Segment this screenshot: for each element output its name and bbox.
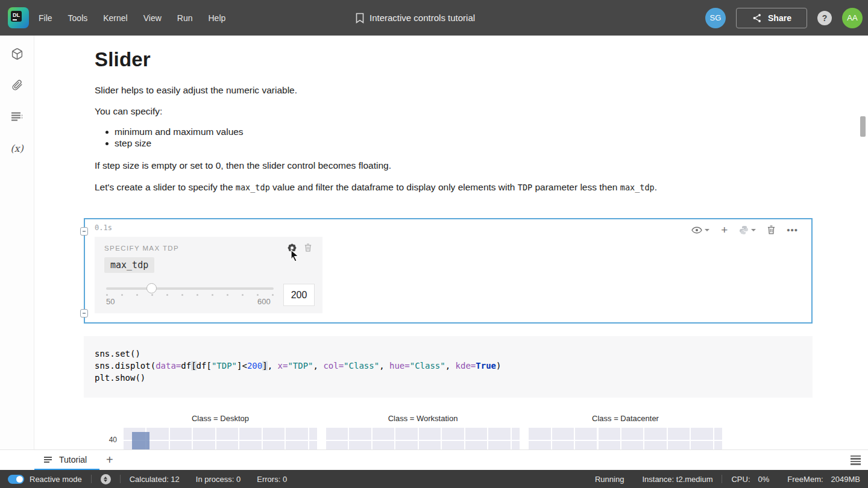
left-toolbar: (x) — [0, 36, 34, 449]
slider-tick-dot — [227, 294, 228, 296]
slider-ticks — [106, 294, 274, 296]
collaborator-avatar[interactable]: SG — [705, 8, 726, 28]
more-actions-button[interactable]: ••• — [787, 225, 798, 235]
sheet-icon — [43, 456, 52, 463]
share-icon — [752, 13, 763, 23]
divider — [722, 475, 722, 483]
main-menu: File Tools Kernel View Run Help — [39, 13, 225, 23]
datalore-logo-icon[interactable]: DL — [8, 7, 29, 28]
slider-track[interactable] — [106, 287, 274, 290]
code-lines: sns.set()sns.displot(data=df[df["TDP"]<2… — [95, 348, 802, 384]
slider-tick-dot — [197, 294, 198, 296]
menu-view[interactable]: View — [143, 13, 162, 23]
attached-files-icon[interactable] — [8, 77, 25, 93]
add-cell-above-handle[interactable] — [80, 227, 88, 236]
instance-info: Instance: t2.medium — [642, 475, 712, 484]
logo-badge: DL — [11, 11, 22, 22]
cpu-value: 0% — [758, 475, 770, 484]
list-item-text: step size — [115, 138, 151, 149]
control-delete-icon[interactable] — [304, 243, 312, 252]
interactive-control-cell[interactable]: 0.1s + ••• SPECIFY MAX TDP — [84, 218, 813, 324]
y-axis-tick: 40 — [104, 436, 117, 444]
markdown-paragraph: You can specify: — [95, 105, 162, 117]
slider-tick-dot — [212, 294, 213, 296]
paragraph-text: value and filter the dataframe to displa… — [270, 182, 518, 192]
slider-tick-dot — [181, 294, 183, 296]
menu-file[interactable]: File — [39, 13, 52, 23]
notebook-editor: Slider Slider helps to easily adjust the… — [34, 36, 868, 449]
reactive-mode-toggle[interactable] — [8, 475, 24, 484]
histogram-bar — [132, 432, 149, 449]
chart-output: Class = Desktop Class = Workstation Clas… — [84, 398, 813, 449]
top-menubar: DL File Tools Kernel View Run Help Inter… — [0, 0, 868, 36]
share-button[interactable]: Share — [736, 8, 807, 28]
list-item: minimum and maximum values — [105, 127, 244, 137]
tab-label: Tutorial — [59, 455, 87, 465]
variables-icon[interactable]: (x) — [8, 140, 25, 157]
paragraph-text: parameter less then — [532, 182, 620, 192]
chevron-down-icon — [705, 229, 709, 231]
facet-title-desktop: Class = Desktop — [124, 414, 317, 423]
code-cell[interactable]: sns.set()sns.displot(data=df[df["TDP"]<2… — [84, 336, 813, 398]
divider — [91, 475, 92, 483]
visibility-menu-button[interactable] — [691, 227, 709, 234]
menu-tools[interactable]: Tools — [68, 13, 88, 23]
topbar-right-cluster: SG Share ? AA — [705, 0, 863, 36]
facet-title-workstation: Class = Workstation — [326, 414, 520, 423]
sheets-list-button[interactable] — [851, 455, 861, 465]
cell-toolbar: + ••• — [691, 225, 798, 235]
menu-run[interactable]: Run — [177, 13, 193, 23]
paragraph-text: . — [655, 182, 657, 192]
slider-control-panel: SPECIFY MAX TDP max_tdp 50 600 200 — [95, 237, 322, 313]
calculated-count: Calculated: 12 — [130, 475, 180, 484]
variable-name-chip[interactable]: max_tdp — [104, 257, 154, 273]
slider-tick-dot — [257, 294, 259, 296]
in-process-count: In process: 0 — [196, 475, 241, 484]
markdown-heading: Slider — [95, 48, 151, 71]
cpu-label: CPU: — [731, 475, 750, 484]
cell-language-button[interactable] — [739, 225, 756, 235]
slider-handle[interactable] — [146, 283, 157, 293]
environment-packages-icon[interactable] — [8, 45, 25, 62]
control-label: SPECIFY MAX TDP — [104, 245, 179, 252]
slider-max-label: 600 — [257, 297, 271, 306]
slider-tick-dot — [166, 294, 168, 296]
kernel-state: Running — [595, 475, 624, 484]
markdown-paragraph: Slider helps to easily adjust the numeri… — [95, 84, 297, 96]
slider-tick-dot — [121, 294, 123, 296]
variables-glyph: (x) — [10, 143, 24, 154]
history-sync-icon[interactable] — [101, 474, 111, 484]
share-label: Share — [768, 13, 791, 23]
code-line[interactable]: plt.show() — [95, 372, 802, 384]
facet-title-datacenter: Class = Datacenter — [529, 414, 722, 423]
menu-kernel[interactable]: Kernel — [103, 13, 127, 23]
slider-value-input[interactable]: 200 — [283, 284, 315, 306]
user-avatar[interactable]: AA — [842, 8, 863, 28]
paragraph-text: Let's create a slider to specify the — [95, 182, 236, 192]
reactive-mode-label: Reactive mode — [30, 475, 82, 484]
slider-tick-dot — [136, 294, 138, 296]
chevron-down-icon — [751, 229, 756, 231]
facet-plot-datacenter — [529, 428, 722, 449]
notebook-title[interactable]: Interactive controls tutorial — [356, 0, 475, 36]
inline-code: TDP — [518, 183, 532, 192]
table-of-contents-icon[interactable] — [8, 108, 25, 125]
inline-code: max_tdp — [620, 183, 655, 192]
eye-icon — [691, 227, 702, 234]
scrollbar-thumb[interactable] — [860, 116, 866, 137]
help-button[interactable]: ? — [817, 11, 832, 25]
tab-tutorial[interactable]: Tutorial — [34, 450, 99, 471]
execution-time: 0.1s — [95, 224, 112, 232]
status-bar: Reactive mode Calculated: 12 In process:… — [0, 470, 868, 488]
add-cell-below-handle[interactable] — [80, 309, 88, 318]
code-line[interactable]: sns.displot(data=df[df["TDP"]<200], x="T… — [95, 360, 802, 372]
add-sheet-button[interactable]: + — [106, 453, 113, 467]
add-cell-button[interactable]: + — [721, 226, 728, 234]
mem-label: FreeMem: — [787, 475, 823, 484]
delete-cell-icon[interactable] — [767, 225, 775, 234]
bookmark-icon — [356, 13, 364, 23]
bullet-icon — [105, 142, 108, 145]
code-line[interactable]: sns.set() — [95, 348, 802, 360]
list-item: step size — [105, 138, 151, 149]
menu-help[interactable]: Help — [209, 13, 226, 23]
